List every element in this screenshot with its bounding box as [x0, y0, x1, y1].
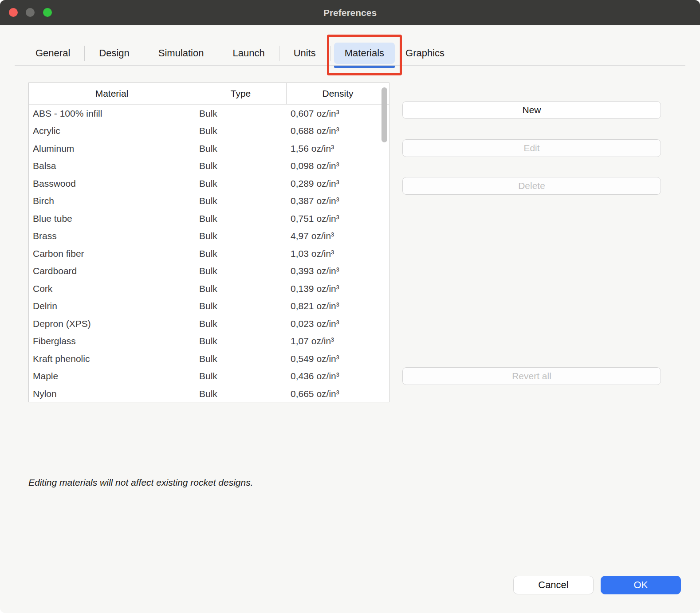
- column-header-type[interactable]: Type: [195, 83, 287, 104]
- revert-all-button[interactable]: Revert all: [402, 367, 661, 385]
- table-row[interactable]: AluminumBulk1,56 oz/in³: [29, 140, 389, 157]
- table-cell: 0,023 oz/in³: [287, 318, 389, 329]
- ok-button[interactable]: OK: [601, 576, 681, 594]
- edit-button[interactable]: Edit: [402, 139, 661, 157]
- title-bar: Preferences: [0, 0, 700, 25]
- table-row[interactable]: BasswoodBulk0,289 oz/in³: [29, 175, 389, 193]
- table-cell: Nylon: [29, 389, 195, 399]
- materials-table-body: ABS - 100% infillBulk0,607 oz/in³Acrylic…: [29, 105, 389, 402]
- table-cell: 1,07 oz/in³: [287, 336, 389, 346]
- table-cell: Depron (XPS): [29, 318, 195, 329]
- table-row[interactable]: NylonBulk0,665 oz/in³: [29, 385, 389, 402]
- close-window-button[interactable]: [9, 8, 18, 17]
- tab-divider: [84, 46, 85, 61]
- column-header-density[interactable]: Density: [287, 83, 389, 104]
- table-cell: Bulk: [195, 283, 287, 294]
- new-button[interactable]: New: [402, 101, 661, 119]
- table-cell: Acrylic: [29, 126, 195, 136]
- table-cell: Bulk: [195, 161, 287, 171]
- table-cell: Bulk: [195, 178, 287, 189]
- table-cell: Cardboard: [29, 266, 195, 276]
- vertical-scrollbar-thumb[interactable]: [381, 87, 387, 142]
- table-cell: 0,098 oz/in³: [287, 161, 389, 171]
- tab-divider: [218, 46, 218, 61]
- preferences-window: Preferences General Design Simulation La…: [0, 0, 700, 613]
- table-row[interactable]: BrassBulk4,97 oz/in³: [29, 228, 389, 245]
- table-row[interactable]: BalsaBulk0,098 oz/in³: [29, 157, 389, 175]
- table-cell: Bulk: [195, 354, 287, 364]
- table-cell: Bulk: [195, 371, 287, 381]
- tab-materials[interactable]: Materials: [334, 43, 395, 64]
- table-cell: 1,56 oz/in³: [287, 143, 389, 154]
- table-cell: Bulk: [195, 266, 287, 276]
- zoom-window-button[interactable]: [43, 8, 52, 17]
- table-cell: 0,436 oz/in³: [287, 371, 389, 381]
- table-cell: Bulk: [195, 196, 287, 206]
- table-cell: Blue tube: [29, 213, 195, 224]
- delete-button[interactable]: Delete: [402, 177, 661, 195]
- table-cell: Aluminum: [29, 143, 195, 154]
- table-row[interactable]: Depron (XPS)Bulk0,023 oz/in³: [29, 315, 389, 333]
- minimize-window-button[interactable]: [26, 8, 35, 17]
- table-row[interactable]: Blue tubeBulk0,751 oz/in³: [29, 210, 389, 228]
- tab-divider: [144, 46, 144, 61]
- tab-general[interactable]: General: [25, 43, 81, 64]
- materials-table: Material Type Density ABS - 100% infillB…: [28, 83, 389, 402]
- tab-design[interactable]: Design: [88, 43, 140, 64]
- table-cell: 1,03 oz/in³: [287, 248, 389, 259]
- table-row[interactable]: DelrinBulk0,821 oz/in³: [29, 298, 389, 315]
- tab-graphics[interactable]: Graphics: [395, 43, 455, 64]
- table-cell: 0,549 oz/in³: [287, 354, 389, 364]
- table-header: Material Type Density: [29, 83, 389, 105]
- table-row[interactable]: MapleBulk0,436 oz/in³: [29, 368, 389, 385]
- table-cell: Basswood: [29, 178, 195, 189]
- window-title: Preferences: [0, 0, 700, 25]
- table-cell: Brass: [29, 231, 195, 241]
- tab-bar: General Design Simulation Launch Units M…: [25, 43, 455, 64]
- tab-divider: [330, 46, 330, 61]
- table-cell: Delrin: [29, 301, 195, 311]
- table-cell: ABS - 100% infill: [29, 108, 195, 119]
- table-cell: 0,139 oz/in³: [287, 283, 389, 294]
- table-cell: Bulk: [195, 389, 287, 399]
- tab-units[interactable]: Units: [283, 43, 326, 64]
- table-cell: 0,393 oz/in³: [287, 266, 389, 276]
- tab-launch[interactable]: Launch: [222, 43, 275, 64]
- table-cell: 4,97 oz/in³: [287, 231, 389, 241]
- table-cell: Bulk: [195, 231, 287, 241]
- table-cell: Bulk: [195, 126, 287, 136]
- table-row[interactable]: FiberglassBulk1,07 oz/in³: [29, 333, 389, 350]
- tab-simulation[interactable]: Simulation: [148, 43, 215, 64]
- table-cell: Bulk: [195, 318, 287, 329]
- table-row[interactable]: ABS - 100% infillBulk0,607 oz/in³: [29, 105, 389, 122]
- tab-divider: [279, 46, 279, 61]
- tab-bar-separator: [15, 65, 685, 66]
- table-row[interactable]: CorkBulk0,139 oz/in³: [29, 280, 389, 298]
- table-cell: Birch: [29, 196, 195, 206]
- table-row[interactable]: Carbon fiberBulk1,03 oz/in³: [29, 245, 389, 263]
- table-cell: Maple: [29, 371, 195, 381]
- table-row[interactable]: BirchBulk0,387 oz/in³: [29, 193, 389, 210]
- table-cell: Balsa: [29, 161, 195, 171]
- table-cell: Bulk: [195, 108, 287, 119]
- table-cell: 0,665 oz/in³: [287, 389, 389, 399]
- table-cell: Fiberglass: [29, 336, 195, 346]
- table-cell: Bulk: [195, 213, 287, 224]
- cancel-button[interactable]: Cancel: [513, 576, 594, 594]
- table-cell: Bulk: [195, 336, 287, 346]
- materials-note: Editing materials will not affect existi…: [28, 477, 253, 488]
- table-cell: 0,289 oz/in³: [287, 178, 389, 189]
- table-cell: 0,751 oz/in³: [287, 213, 389, 224]
- table-row[interactable]: CardboardBulk0,393 oz/in³: [29, 263, 389, 280]
- table-cell: 0,688 oz/in³: [287, 126, 389, 136]
- table-cell: Bulk: [195, 301, 287, 311]
- table-cell: Carbon fiber: [29, 248, 195, 259]
- table-cell: Bulk: [195, 248, 287, 259]
- table-cell: 0,821 oz/in³: [287, 301, 389, 311]
- table-row[interactable]: AcrylicBulk0,688 oz/in³: [29, 122, 389, 140]
- table-cell: Bulk: [195, 143, 287, 154]
- table-cell: 0,607 oz/in³: [287, 108, 389, 119]
- column-header-material[interactable]: Material: [29, 83, 195, 104]
- table-cell: Kraft phenolic: [29, 354, 195, 364]
- table-row[interactable]: Kraft phenolicBulk0,549 oz/in³: [29, 350, 389, 368]
